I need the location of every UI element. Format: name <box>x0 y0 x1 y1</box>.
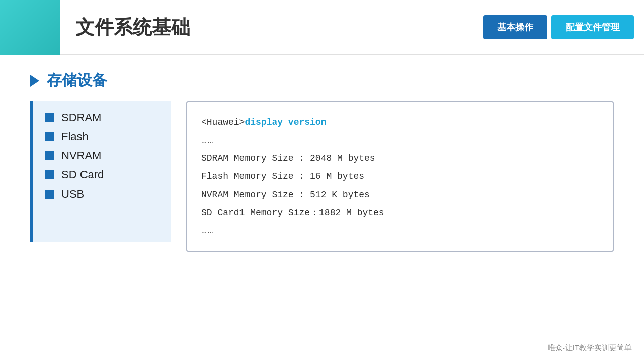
list-item-label: SDRAM <box>61 111 101 124</box>
page-title: 文件系统基础 <box>60 15 483 40</box>
list-item-label: USB <box>61 188 84 201</box>
terminal-ellipsis-2: …… <box>201 222 599 240</box>
list-item: NVRAM <box>45 149 161 162</box>
terminal-line-2: Flash Memory Size : 16 M bytes <box>201 167 599 186</box>
header: 文件系统基础 基本操作 配置文件管理 <box>0 0 644 55</box>
storage-list-panel: SDRAM Flash NVRAM SD Card USB <box>30 101 171 242</box>
bullet-icon <box>45 190 54 199</box>
list-item: SDRAM <box>45 111 161 124</box>
config-mgmt-button[interactable]: 配置文件管理 <box>551 15 634 39</box>
header-buttons: 基本操作 配置文件管理 <box>483 15 644 39</box>
main-content: 存储设备 SDRAM Flash NVRAM SD Card <box>0 55 644 267</box>
bullet-icon <box>45 113 54 122</box>
section-title: 存储设备 <box>47 70 107 91</box>
list-item: SD Card <box>45 168 161 182</box>
header-accent <box>0 0 60 55</box>
bullet-icon <box>45 132 54 141</box>
terminal-output: <Huawei>display version …… SDRAM Memory … <box>186 101 614 252</box>
footer-text: 唯众·让IT教学实训更简单 <box>548 343 632 353</box>
list-item-label: NVRAM <box>61 149 101 162</box>
bullet-icon <box>45 170 54 179</box>
section-arrow-icon <box>30 75 39 87</box>
terminal-line-1: SDRAM Memory Size : 2048 M bytes <box>201 149 599 167</box>
terminal-line-4: SD Card1 Memory Size：1882 M bytes <box>201 204 599 222</box>
terminal-line-3: NVRAM Memory Size : 512 K bytes <box>201 186 599 204</box>
basic-ops-button[interactable]: 基本操作 <box>483 15 547 39</box>
list-item: Flash <box>45 130 161 143</box>
terminal-ellipsis-1: …… <box>201 131 599 149</box>
list-item-label: Flash <box>61 130 89 143</box>
list-item-label: SD Card <box>61 168 104 182</box>
terminal-command: display version <box>245 117 326 127</box>
content-row: SDRAM Flash NVRAM SD Card USB <Huawei> <box>30 101 614 252</box>
list-item: USB <box>45 188 161 201</box>
section-title-row: 存储设备 <box>30 70 614 91</box>
terminal-prompt: <Huawei> <box>201 117 245 127</box>
bullet-icon <box>45 151 54 160</box>
terminal-prompt-line: <Huawei>display version <box>201 113 599 131</box>
